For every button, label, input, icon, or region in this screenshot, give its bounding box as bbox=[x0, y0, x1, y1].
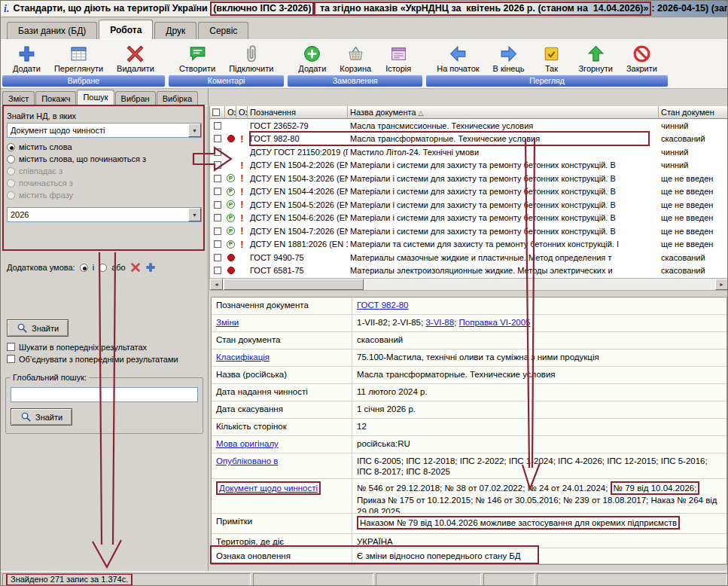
tab-Сервіс[interactable]: Сервіс bbox=[198, 22, 248, 39]
left-tab-Зміст[interactable]: Зміст bbox=[2, 91, 35, 105]
toolbar-button-label: Додати bbox=[298, 64, 326, 73]
row-name-cell: Матеріали і системи для захисту та ремон… bbox=[348, 185, 659, 199]
document-code: ДСТУ EN 1504-3:2026 (EN bbox=[250, 174, 348, 183]
row-checkbox[interactable] bbox=[214, 201, 221, 209]
column-header[interactable]: Озн bbox=[236, 106, 248, 119]
left-tab-Вибран[interactable]: Вибран bbox=[115, 91, 156, 105]
row-name-cell: Материалы смазочные жидкие и пластичные.… bbox=[348, 251, 659, 264]
toolbar-button-arrow-left-blue[interactable]: На початок bbox=[431, 42, 485, 75]
detail-value-link[interactable]: ГОСТ 982-80 bbox=[357, 301, 408, 310]
toolbar-button-plus-green-circle[interactable]: Додати bbox=[292, 42, 332, 75]
row-checkbox[interactable] bbox=[214, 227, 221, 235]
toolbar-button-close-red[interactable]: Закрити bbox=[620, 42, 663, 75]
row-checkbox[interactable] bbox=[214, 214, 221, 221]
radio-button[interactable] bbox=[7, 155, 15, 163]
document-state: чинний bbox=[661, 160, 688, 169]
scrollbar-track[interactable] bbox=[364, 279, 715, 290]
checkbox-option[interactable]: Шукати в попередніх результатах bbox=[7, 343, 202, 352]
row-name-cell: Матеріали і системи для захисту та ремон… bbox=[348, 224, 659, 238]
left-tab-Покажч[interactable]: Покажч bbox=[35, 91, 76, 105]
detail-value-link[interactable]: Поправка VI-2005 bbox=[459, 318, 531, 327]
table-row[interactable]: !ДСТУ EN 1504-2:2026 (ENМатеріали і сист… bbox=[210, 159, 728, 172]
remove-condition-icon[interactable] bbox=[130, 262, 141, 273]
radio-option[interactable]: містить слова, що починаються з bbox=[7, 154, 202, 163]
table-row[interactable]: P!ДСТУ EN 1504-5:2026 (ENМатеріали і сис… bbox=[210, 198, 728, 212]
table-row[interactable]: ГОСТ 23652-79Масла трансмиссионные. Техн… bbox=[210, 119, 728, 133]
column-header[interactable]: Назва документа bbox=[348, 106, 659, 119]
toolbar-button-paperclip[interactable]: Підключити bbox=[223, 42, 279, 75]
row-checkbox[interactable] bbox=[214, 135, 221, 142]
toolbar-group-buttons: ДодатиКорзинаІсторія bbox=[288, 41, 422, 75]
column-header[interactable]: Стан докумен bbox=[659, 106, 728, 119]
table-row[interactable]: P!ДСТУ EN 1504-4:2026 (ENМатеріали і сис… bbox=[210, 185, 728, 199]
header-checkbox[interactable] bbox=[212, 108, 220, 116]
radio-option[interactable]: містить слова bbox=[7, 142, 202, 151]
scroll-left-icon[interactable] bbox=[210, 279, 223, 290]
detail-value-link[interactable]: 3-VI-88 bbox=[425, 318, 454, 327]
toolbar-group: На початокВ кінецьТакЗгорнутиЗакритиПере… bbox=[426, 41, 668, 87]
toolbar-button-basket[interactable]: Корзина bbox=[334, 42, 377, 75]
detail-label-text[interactable]: Опубліковано в bbox=[216, 456, 278, 465]
tab-Друк[interactable]: Друк bbox=[154, 22, 196, 39]
chevron-down-icon[interactable] bbox=[188, 124, 201, 137]
find-button[interactable]: Знайти bbox=[7, 319, 69, 337]
search-field-select[interactable]: Документ щодо чинності bbox=[7, 123, 202, 138]
row-checkbox[interactable] bbox=[214, 188, 221, 195]
row-checkbox[interactable] bbox=[214, 148, 221, 156]
table-row[interactable]: ГОСТ 9490-75Материалы смазочные жидкие и… bbox=[210, 251, 728, 264]
add-condition-icon[interactable] bbox=[145, 262, 156, 273]
row-mark-cell bbox=[225, 133, 236, 146]
global-search-input[interactable] bbox=[11, 387, 198, 402]
tab-Робота[interactable]: Робота bbox=[99, 20, 153, 39]
column-header[interactable]: Позначення bbox=[248, 106, 348, 119]
detail-label-text[interactable]: Документ щодо чинності bbox=[216, 481, 321, 495]
table-row[interactable]: P!ДСТУ EN 1504-7:2026 (ENМатеріали і сис… bbox=[210, 224, 728, 238]
detail-label: Класифікація bbox=[212, 349, 352, 366]
or-radio[interactable] bbox=[99, 264, 107, 272]
row-state-cell: ще не введен bbox=[659, 224, 728, 238]
toolbar-button-history[interactable]: Історія bbox=[379, 42, 418, 75]
toolbar-button-plus-blue[interactable]: Додати bbox=[7, 42, 47, 75]
table-row[interactable]: P!ДСТУ EN 1881:2026 (EN 18Матеріали та с… bbox=[210, 238, 728, 252]
detail-value-text: Приказ № 175 от 10.12.2015; № 146 от 30.… bbox=[357, 496, 717, 514]
radio-button[interactable] bbox=[7, 143, 15, 151]
search-value-select[interactable]: 2026 bbox=[7, 207, 202, 222]
table-row[interactable]: P!ДСТУ EN 1504-3:2026 (ENМатеріали і сис… bbox=[210, 172, 728, 185]
detail-label-text[interactable]: Зміни bbox=[216, 318, 239, 327]
tab-Бази даних (БД)[interactable]: Бази даних (БД) bbox=[7, 22, 97, 39]
chevron-down-icon[interactable] bbox=[188, 208, 201, 221]
row-checkbox[interactable] bbox=[214, 175, 221, 182]
toolbar-button-view-doc[interactable]: Переглянути bbox=[48, 42, 109, 75]
left-tab-Вибірка[interactable]: Вибірка bbox=[157, 91, 199, 105]
column-header[interactable] bbox=[210, 106, 225, 119]
toolbar-button-comment-green[interactable]: Створити bbox=[173, 42, 221, 75]
table-row[interactable]: ГОСТ 6581-75Материалы электроизоляционны… bbox=[210, 264, 728, 278]
global-find-button[interactable]: Знайти bbox=[11, 408, 72, 426]
horizontal-scrollbar[interactable] bbox=[209, 278, 728, 291]
row-checkbox[interactable] bbox=[214, 254, 221, 261]
and-radio[interactable] bbox=[80, 264, 88, 272]
detail-label-text[interactable]: Мова оригіналу bbox=[216, 439, 279, 448]
sort-asc-icon[interactable] bbox=[419, 108, 424, 117]
table-row[interactable]: !ГОСТ 982-80Масла трансформаторные. Техн… bbox=[210, 133, 728, 146]
row-checkbox[interactable] bbox=[214, 267, 221, 274]
scrollbar-thumb[interactable] bbox=[224, 279, 364, 290]
toolbar-button-arrow-right-blue[interactable]: В кінець bbox=[487, 42, 531, 75]
left-tab-Пошук[interactable]: Пошук bbox=[77, 90, 114, 105]
checkbox-option[interactable]: Об’єднувати з попередніми результатами bbox=[7, 355, 202, 364]
document-state: ще не введен bbox=[661, 174, 713, 183]
row-checkbox[interactable] bbox=[214, 240, 221, 248]
detail-value-text: УКРАЇНА bbox=[357, 537, 393, 546]
detail-label-text[interactable]: Класифікація bbox=[216, 353, 270, 362]
table-row[interactable]: P!ДСТУ EN 1504-6:2026 (ENМатеріали і сис… bbox=[210, 212, 728, 225]
scroll-right-icon[interactable] bbox=[715, 279, 728, 290]
toolbar-button-yes[interactable]: Так bbox=[532, 42, 571, 75]
checkbox[interactable] bbox=[7, 343, 15, 351]
column-header[interactable]: Озн bbox=[225, 106, 236, 119]
checkbox[interactable] bbox=[7, 355, 15, 363]
toolbar-button-delete-x[interactable]: Видалити bbox=[111, 42, 160, 75]
row-checkbox[interactable] bbox=[214, 161, 221, 169]
toolbar-button-arrow-up-green[interactable]: Згорнути bbox=[572, 42, 618, 75]
row-checkbox[interactable] bbox=[214, 122, 221, 130]
table-row[interactable]: ДСТУ ГОСТ 21150:2019 (ГМастило Літол-24.… bbox=[210, 145, 728, 159]
